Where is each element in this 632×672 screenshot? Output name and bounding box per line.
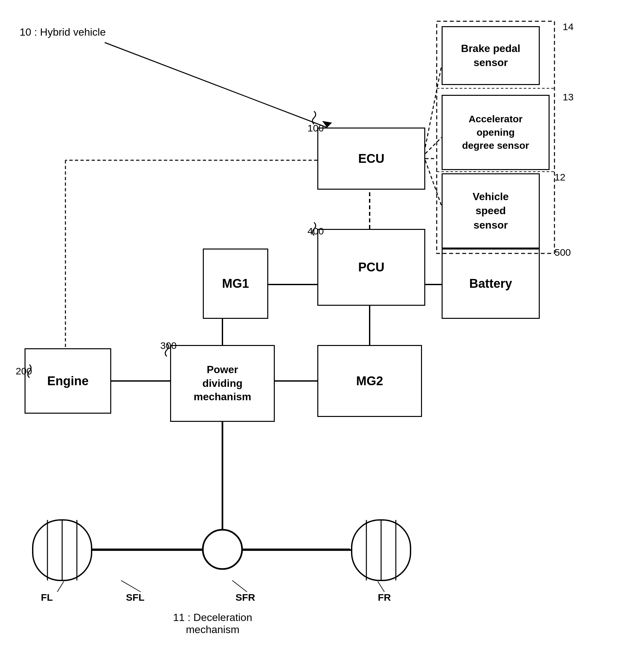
ref-14: 14: [563, 21, 574, 32]
svg-line-10: [425, 65, 442, 147]
svg-line-8: [425, 160, 442, 206]
battery-label: Battery: [469, 277, 512, 291]
ref-13: 13: [563, 92, 574, 103]
engine-box: Engine: [25, 348, 111, 414]
svg-line-18: [105, 43, 327, 127]
svg-line-38: [121, 580, 141, 592]
svg-line-39: [232, 580, 247, 592]
ecu-label: ECU: [358, 152, 384, 166]
svg-line-9: [425, 137, 442, 154]
mg1-label: MG1: [222, 277, 249, 291]
svg-point-24: [203, 530, 242, 569]
pcu-box: PCU: [317, 229, 425, 306]
ref-400: 400: [307, 226, 324, 237]
vehicle-speed-sensor-label: Vehicle speed sensor: [473, 190, 509, 232]
fl-label: FL: [41, 592, 53, 603]
ref-500: 500: [555, 247, 571, 258]
engine-label: Engine: [47, 374, 89, 388]
brake-sensor-box: Brake pedal sensor: [442, 26, 540, 85]
power-dividing-box: Power dividing mechanism: [170, 345, 275, 422]
ref-100: 100: [307, 123, 324, 134]
brake-sensor-label: Brake pedal sensor: [461, 42, 520, 70]
accelerator-sensor-box: Accelerator opening degree sensor: [442, 95, 549, 170]
mg2-box: MG2: [317, 345, 422, 417]
mg1-box: MG1: [203, 248, 268, 319]
sfr-label: SFR: [236, 592, 255, 603]
hybrid-vehicle-label: 10 : Hybrid vehicle: [20, 26, 106, 38]
svg-line-41: [378, 581, 384, 592]
accelerator-sensor-label: Accelerator opening degree sensor: [462, 113, 529, 152]
ecu-box: ECU: [317, 127, 425, 190]
svg-line-40: [57, 581, 64, 592]
vehicle-speed-sensor-box: Vehicle speed sensor: [442, 173, 540, 248]
ref-12: 12: [555, 172, 565, 183]
ref-300: 300: [160, 340, 177, 351]
svg-rect-25: [33, 520, 92, 580]
power-dividing-label: Power dividing mechanism: [194, 363, 251, 404]
mg2-label: MG2: [356, 374, 383, 388]
pcu-label: PCU: [358, 260, 384, 274]
diagram-container: ECU PCU MG1 MG2 Engine Power dividing me…: [0, 0, 632, 672]
deceleration-mechanism-label: 11 : Deceleration mechanism: [147, 611, 278, 636]
battery-box: Battery: [442, 248, 540, 319]
ref-200: 200: [16, 366, 32, 377]
fr-label: FR: [378, 592, 391, 603]
svg-rect-29: [352, 520, 411, 580]
sfl-label: SFL: [126, 592, 145, 603]
